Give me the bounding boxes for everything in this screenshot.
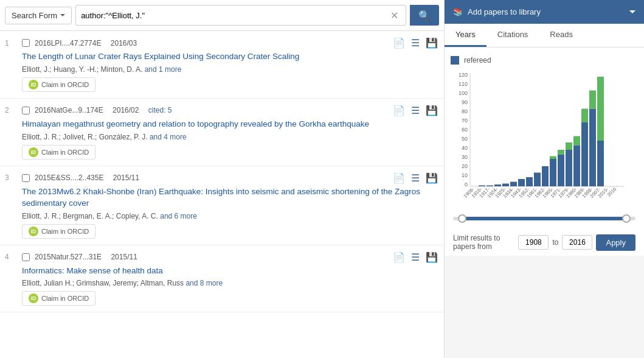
db-icon[interactable]: 💾	[426, 37, 438, 49]
result-checkbox[interactable]	[22, 39, 30, 47]
result-more-authors[interactable]: and 8 more	[185, 279, 223, 287]
result-title[interactable]: Himalayan megathrust geometry and relati…	[22, 119, 438, 130]
abstract-icon[interactable]: 📄	[393, 105, 405, 116]
orcid-icon: iD	[29, 147, 38, 157]
result-authors-text: Elliott, J.; Huang, Y. -H.; Minton, D. A…	[22, 65, 142, 74]
result-title[interactable]: The Length of Lunar Crater Rays Explaine…	[22, 51, 438, 63]
result-icons: 📄 ☰ 💾	[393, 105, 438, 116]
claim-label: Claim in ORCID	[41, 81, 89, 88]
search-form-label: Search Form	[12, 11, 57, 20]
bar-blue	[486, 186, 493, 187]
result-checkbox[interactable]	[22, 107, 30, 114]
svg-text:10: 10	[462, 172, 468, 178]
slider-handle-right[interactable]	[622, 214, 631, 223]
table-row: 2 2016NatGe...9..174E 2016/02 cited: 5 📄…	[0, 99, 444, 166]
from-year-input[interactable]	[518, 235, 549, 250]
db-icon[interactable]: 💾	[426, 172, 438, 184]
orcid-icon: iD	[29, 226, 38, 236]
result-icons: 📄 ☰ 💾	[393, 37, 438, 49]
bar-blue	[597, 141, 604, 186]
claim-orcid-button[interactable]: iD Claim in ORCID	[22, 77, 95, 92]
bar-blue	[494, 184, 501, 186]
abstract-icon[interactable]: 📄	[393, 37, 405, 49]
claim-orcid-button[interactable]: iD Claim in ORCID	[22, 224, 95, 239]
claim-orcid-button[interactable]: iD Claim in ORCID	[22, 291, 95, 306]
result-meta: 2016NatGe...9..174E 2016/02 cited: 5	[35, 106, 388, 114]
claim-label: Claim in ORCID	[41, 149, 89, 156]
list-icon[interactable]: ☰	[411, 172, 420, 184]
result-authors: Elliott, J.; Huang, Y. -H.; Minton, D. A…	[22, 65, 438, 74]
svg-text:20: 20	[462, 163, 468, 169]
svg-text:120: 120	[459, 72, 468, 78]
tab-years[interactable]: Years	[445, 24, 486, 47]
abstract-icon[interactable]: 📄	[393, 251, 405, 263]
apply-button[interactable]: Apply	[596, 234, 635, 251]
list-icon[interactable]: ☰	[411, 105, 420, 116]
chevron-down-icon[interactable]	[629, 10, 635, 13]
clear-icon[interactable]: ✕	[390, 10, 398, 21]
claim-label: Claim in ORCID	[41, 295, 89, 302]
search-form-button[interactable]: Search Form	[5, 7, 72, 24]
svg-text:0: 0	[465, 181, 468, 188]
db-icon[interactable]: 💾	[426, 105, 438, 116]
table-row: 4 2015Natur.527...31E 2015/11 📄 ☰ 💾 Info…	[0, 245, 444, 313]
result-more-authors[interactable]: and 6 more	[160, 212, 197, 220]
range-slider-wrap	[445, 208, 644, 229]
orcid-icon: iD	[29, 293, 38, 303]
limit-label: Limit results to papers from	[453, 234, 514, 251]
result-more-authors[interactable]: and 1 more	[145, 65, 182, 74]
result-authors-text: Elliott, Julian H.; Grimshaw, Jeremy; Al…	[22, 279, 184, 287]
bar-green	[566, 142, 572, 150]
bar-green	[581, 109, 588, 123]
result-more-authors[interactable]: and 4 more	[150, 133, 187, 141]
bar-blue	[534, 173, 541, 187]
result-authors-text: Elliott, J. R.; Bergman, E. A.; Copley, …	[22, 212, 158, 220]
result-bibcode: 2015Natur.527...31E	[35, 253, 102, 261]
left-panel: Search Form ✕ 🔍 1 2016LPI....47.2774E	[0, 0, 444, 358]
tab-citations[interactable]: Citations	[486, 24, 539, 47]
chart-area: refereed 0 10 20 30 40 50 60 70 80 90 10…	[445, 47, 644, 208]
table-row: 3 2015E&SS....2..435E 2015/11 📄 ☰ 💾 The …	[0, 166, 444, 245]
to-label: to	[552, 238, 558, 247]
result-title[interactable]: Informatics: Make sense of health data	[22, 265, 438, 277]
claim-orcid-button[interactable]: iD Claim in ORCID	[22, 145, 95, 160]
search-input[interactable]	[81, 11, 390, 20]
result-checkbox[interactable]	[22, 174, 30, 182]
result-meta: 2015E&SS....2..435E 2015/11	[35, 174, 388, 182]
result-number: 4	[5, 253, 17, 261]
chart-legend: refereed	[451, 56, 638, 65]
abstract-icon[interactable]: 📄	[393, 172, 405, 184]
result-header: 1 2016LPI....47.2774E 2016/03 📄 ☰ 💾	[5, 37, 438, 49]
bar-blue	[558, 155, 564, 187]
db-icon[interactable]: 💾	[426, 251, 438, 263]
search-button[interactable]: 🔍	[410, 5, 439, 26]
tab-reads[interactable]: Reads	[539, 24, 584, 47]
bar-blue	[502, 184, 509, 187]
bar-green	[589, 91, 596, 109]
result-authors-text: Elliott, J. R.; Jolivet, R.; González, P…	[22, 133, 148, 141]
svg-text:60: 60	[462, 127, 468, 133]
result-number: 1	[5, 39, 17, 47]
bar-blue	[518, 179, 525, 186]
svg-text:70: 70	[462, 118, 468, 124]
result-number: 3	[5, 174, 17, 182]
result-title[interactable]: The 2013Mw6.2 Khaki-Shonbe (Iran) Earthq…	[22, 186, 438, 209]
result-date: 2016/02	[113, 106, 139, 114]
to-year-input[interactable]	[562, 235, 592, 250]
limit-row: Limit results to papers from to Apply	[445, 229, 644, 256]
slider-handle-left[interactable]	[458, 214, 466, 223]
result-meta: 2016LPI....47.2774E 2016/03	[35, 39, 388, 47]
result-number: 2	[5, 106, 17, 114]
slider-fill	[462, 217, 626, 220]
result-checkbox[interactable]	[22, 253, 30, 261]
result-header: 3 2015E&SS....2..435E 2015/11 📄 ☰ 💾	[5, 172, 438, 184]
list-icon[interactable]: ☰	[411, 251, 420, 263]
svg-text:80: 80	[462, 108, 468, 114]
svg-text:30: 30	[462, 154, 468, 160]
list-icon[interactable]: ☰	[411, 37, 420, 49]
bar-blue	[589, 109, 596, 187]
app-container: Search Form ✕ 🔍 1 2016LPI....47.2774E	[0, 0, 644, 358]
search-bar: Search Form ✕ 🔍	[0, 0, 444, 31]
result-header: 2 2016NatGe...9..174E 2016/02 cited: 5 📄…	[5, 105, 438, 116]
svg-text:110: 110	[459, 81, 468, 87]
